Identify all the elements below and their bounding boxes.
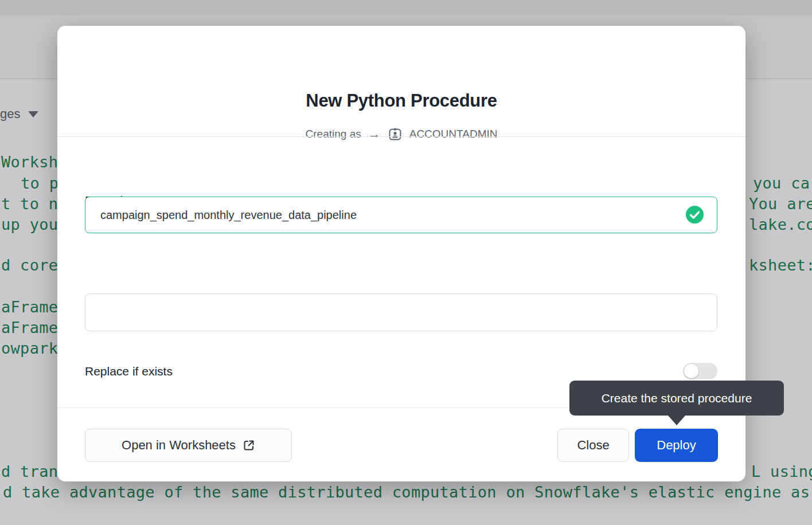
dialog-title: New Python Procedure	[57, 91, 745, 111]
procedure-name-input[interactable]	[85, 197, 717, 233]
toggle-knob	[684, 364, 698, 378]
creating-as-row: Creating as → ACCOUNTADMIN	[57, 127, 745, 142]
background-code-fragment: ksheet:	[749, 256, 812, 275]
background-header-band	[0, 0, 812, 15]
background-code-fragment: L using	[751, 463, 812, 481]
external-link-icon	[243, 439, 255, 452]
background-code-fragment: lake.co	[749, 216, 812, 234]
background-code-fragment: d take advantage of the same distributed…	[3, 483, 810, 502]
arrow-right-icon: →	[368, 128, 381, 140]
background-dropdown-label: ges	[0, 107, 20, 122]
background-code-fragment: d core	[1, 256, 58, 275]
replace-if-exists-toggle[interactable]	[683, 363, 717, 379]
header-divider	[57, 136, 745, 137]
deploy-tooltip: Create the stored procedure	[569, 381, 784, 416]
role-name: ACCOUNTADMIN	[409, 128, 498, 140]
background-packages-dropdown: ges	[0, 107, 38, 122]
background-code-fragment: you ca	[753, 174, 810, 193]
replace-if-exists-label: Replace if exists	[85, 363, 173, 379]
close-button[interactable]: Close	[557, 429, 629, 462]
comment-input[interactable]	[85, 293, 717, 331]
open-in-worksheets-button[interactable]: Open in Worksheets	[85, 429, 292, 462]
background-code-fragment: You are	[749, 195, 812, 213]
background-code-fragment: owpark	[1, 339, 58, 358]
creating-as-label: Creating as	[306, 128, 361, 140]
valid-check-icon	[686, 206, 704, 224]
role-badge-icon	[388, 127, 403, 142]
tooltip-text: Create the stored procedure	[602, 391, 752, 405]
deploy-button[interactable]: Deploy	[635, 429, 718, 462]
chevron-down-icon	[28, 111, 38, 117]
tooltip-arrow	[668, 416, 685, 425]
